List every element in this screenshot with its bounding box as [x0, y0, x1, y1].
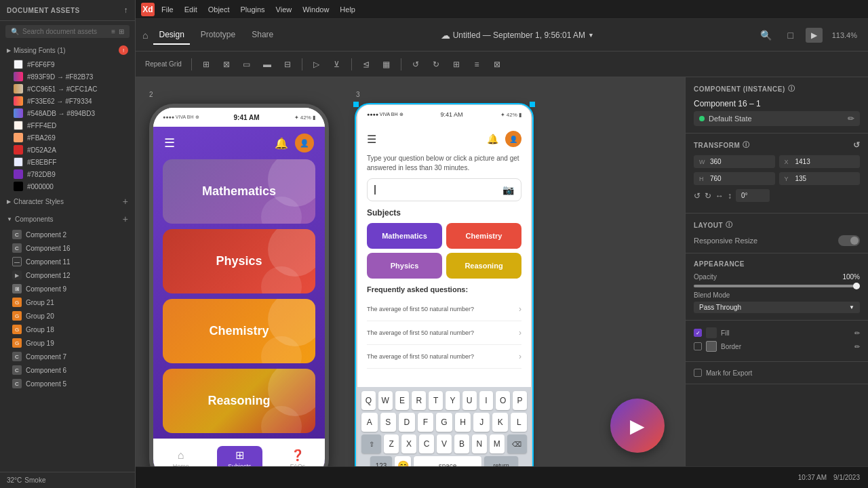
key-s[interactable]: S	[380, 413, 397, 432]
flip-v-icon[interactable]: ▦	[378, 56, 395, 73]
component-item-comp6[interactable]: C Component 6	[0, 363, 135, 377]
angle-field[interactable]: 0°	[736, 189, 770, 202]
key-c[interactable]: C	[419, 434, 434, 453]
rotate-right-icon[interactable]: ↻	[705, 191, 711, 201]
nav-faqs[interactable]: ❓ FAQs	[279, 446, 317, 466]
menu-view[interactable]: View	[271, 3, 298, 16]
height-field[interactable]: H 760	[694, 172, 775, 185]
component-item-group19[interactable]: G Group 19	[0, 336, 135, 350]
key-f[interactable]: F	[418, 413, 434, 432]
color-item[interactable]: #E8EBFF	[0, 156, 135, 168]
component-state-row[interactable]: Default State ✏	[694, 111, 860, 126]
info-icon-transform[interactable]: ⓘ	[743, 140, 750, 150]
color-item[interactable]: #F6F6F9	[0, 58, 135, 70]
subject-btn-mathematics[interactable]: Mathematics	[367, 223, 442, 249]
align-left-icon[interactable]: ⊞	[197, 56, 215, 73]
key-k[interactable]: K	[492, 413, 509, 432]
key-j[interactable]: J	[473, 413, 490, 432]
key-g[interactable]: G	[436, 413, 452, 432]
key-v[interactable]: V	[437, 434, 452, 453]
component-item-comp11[interactable]: — Component 11	[0, 255, 135, 268]
search-input[interactable]	[22, 28, 108, 35]
rotate-left-icon[interactable]: ↺	[694, 191, 701, 201]
flip-h-icon[interactable]: ↔	[715, 191, 724, 201]
color-item[interactable]: #782DB9	[0, 168, 135, 180]
key-o[interactable]: O	[496, 391, 510, 410]
tab-design[interactable]: Design	[153, 26, 189, 45]
menu-help[interactable]: Help	[334, 3, 361, 16]
menu-plugins[interactable]: Plugins	[235, 3, 271, 16]
subject-btn-reasoning[interactable]: Reasoning	[446, 253, 521, 279]
blend-mode-select[interactable]: Pass Through ▼	[694, 302, 860, 313]
component-item-comp9[interactable]: ⊞ Component 9	[0, 282, 135, 296]
key-backspace[interactable]: ⌫	[507, 434, 527, 453]
edit-state-icon[interactable]: ✏	[848, 114, 854, 123]
color-item[interactable]: #000000	[0, 180, 135, 192]
menu-object[interactable]: Object	[203, 3, 235, 16]
flip-h-icon[interactable]: ⊴	[357, 56, 375, 73]
width-field[interactable]: W 360	[694, 155, 775, 168]
key-e[interactable]: E	[395, 391, 410, 410]
key-m[interactable]: M	[490, 434, 505, 453]
color-item[interactable]: #CC9651 → #CFC1AC	[0, 83, 135, 95]
faq-item-3[interactable]: The average of first 50 natural number? …	[367, 345, 521, 369]
key-x[interactable]: X	[401, 434, 416, 453]
border-swatch[interactable]	[706, 341, 717, 352]
key-w[interactable]: W	[378, 391, 393, 410]
key-h[interactable]: H	[455, 413, 471, 432]
x-field[interactable]: X 1413	[779, 155, 861, 168]
search-icon[interactable]: 🔍	[757, 26, 776, 45]
color-item[interactable]: #FBA269	[0, 131, 135, 144]
key-numbers[interactable]: 123	[370, 456, 392, 466]
key-a[interactable]: A	[361, 413, 378, 432]
reasoning-card[interactable]: Reasoning	[163, 369, 315, 433]
distribute-h-icon[interactable]: ▷	[308, 56, 326, 73]
fill-swatch[interactable]	[706, 327, 717, 338]
key-p[interactable]: P	[513, 391, 527, 410]
add-char-style-icon[interactable]: +	[123, 196, 128, 207]
group-icon[interactable]: ≡	[468, 56, 486, 73]
reset-transform-icon[interactable]: ↺	[853, 140, 861, 150]
key-return[interactable]: return	[484, 456, 518, 466]
components-section[interactable]: ▼ Components +	[0, 210, 135, 228]
nav-home[interactable]: ⌂ Home	[162, 447, 200, 467]
align-center-icon[interactable]: ⊠	[218, 56, 235, 73]
faq-item-1[interactable]: The average of first 50 natural number? …	[367, 298, 521, 321]
grid-icon[interactable]: ⊞	[119, 28, 124, 35]
align-right-icon[interactable]: ▭	[238, 56, 256, 73]
tab-share[interactable]: Share	[246, 26, 279, 45]
doc-title[interactable]: ☁ Untitled — September 1, 9:56:01 AM ▼	[441, 30, 594, 41]
component-item-comp12[interactable]: ▶ Component 12	[0, 268, 135, 282]
key-z[interactable]: Z	[384, 434, 399, 453]
component-item-comp5[interactable]: C Component 5	[0, 377, 135, 390]
flip-v-icon[interactable]: ↕	[728, 191, 732, 201]
key-n[interactable]: N	[472, 434, 487, 453]
distribute-v-icon[interactable]: ⊻	[328, 56, 346, 73]
chemistry-card[interactable]: Chemistry	[163, 299, 315, 363]
key-d[interactable]: D	[399, 413, 415, 432]
key-i[interactable]: I	[479, 391, 494, 410]
info-icon[interactable]: ⓘ	[788, 84, 795, 94]
opacity-slider[interactable]	[694, 285, 860, 287]
question-input-area[interactable]: 📷	[367, 178, 521, 201]
key-b[interactable]: B	[454, 434, 469, 453]
fill-edit-icon[interactable]: ✏	[854, 329, 860, 337]
key-u[interactable]: U	[462, 391, 477, 410]
rotate-left-icon[interactable]: ↺	[407, 56, 425, 73]
key-t[interactable]: T	[429, 391, 443, 410]
color-item[interactable]: #D52A2A	[0, 144, 135, 156]
color-item[interactable]: #548ADB → #894BD3	[0, 107, 135, 119]
menu-edit[interactable]: Edit	[179, 3, 203, 16]
tab-prototype[interactable]: Prototype	[195, 26, 241, 45]
asset-search-box[interactable]: 🔍 ≡ ⊞	[5, 25, 130, 38]
subject-btn-physics[interactable]: Physics	[367, 253, 442, 279]
add-component-icon[interactable]: +	[123, 214, 128, 224]
device-preview-icon[interactable]: □	[781, 26, 800, 45]
key-space[interactable]: space	[414, 456, 481, 466]
hamburger-icon[interactable]: ☰	[164, 136, 175, 150]
color-item[interactable]: #FFF4ED	[0, 119, 135, 131]
menu-file[interactable]: File	[156, 3, 179, 16]
component-item-comp16[interactable]: C Component 16	[0, 241, 135, 255]
faq-item-2[interactable]: The average of first 50 natural number? …	[367, 321, 521, 345]
color-item[interactable]: #893F9D → #F82B73	[0, 70, 135, 83]
